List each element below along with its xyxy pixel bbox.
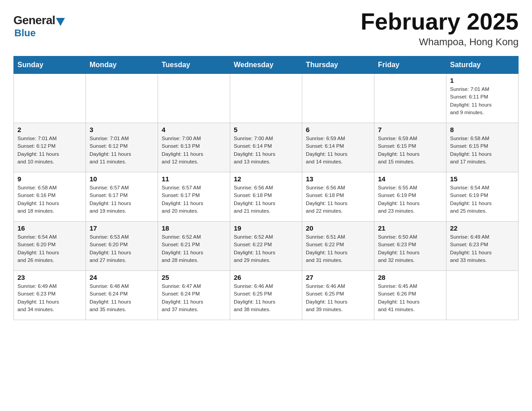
calendar-cell: 13Sunrise: 6:56 AM Sunset: 6:18 PM Dayli… xyxy=(302,172,374,222)
day-info: Sunrise: 6:57 AM Sunset: 6:17 PM Dayligh… xyxy=(90,184,154,215)
day-number: 18 xyxy=(162,224,226,232)
day-number: 10 xyxy=(90,175,154,183)
day-number: 4 xyxy=(162,126,226,133)
day-number: 8 xyxy=(450,126,515,133)
day-number: 6 xyxy=(306,126,370,133)
calendar-header-saturday: Saturday xyxy=(446,56,519,74)
calendar-cell: 7Sunrise: 6:59 AM Sunset: 6:15 PM Daylig… xyxy=(374,123,446,172)
calendar-cell: 6Sunrise: 6:59 AM Sunset: 6:14 PM Daylig… xyxy=(302,123,374,172)
logo: General Blue xyxy=(13,13,65,39)
day-number: 11 xyxy=(162,175,226,183)
calendar-cell: 27Sunrise: 6:46 AM Sunset: 6:25 PM Dayli… xyxy=(302,271,374,320)
calendar-cell xyxy=(14,74,86,123)
day-number: 19 xyxy=(234,224,298,232)
day-info: Sunrise: 6:47 AM Sunset: 6:24 PM Dayligh… xyxy=(162,283,226,313)
day-info: Sunrise: 6:56 AM Sunset: 6:18 PM Dayligh… xyxy=(306,184,370,215)
day-info: Sunrise: 7:00 AM Sunset: 6:13 PM Dayligh… xyxy=(162,135,226,166)
day-number: 28 xyxy=(378,274,442,281)
calendar-cell: 16Sunrise: 6:54 AM Sunset: 6:20 PM Dayli… xyxy=(14,222,86,271)
day-number: 15 xyxy=(450,175,515,183)
day-info: Sunrise: 7:01 AM Sunset: 6:12 PM Dayligh… xyxy=(17,135,82,166)
calendar-week-row: 23Sunrise: 6:49 AM Sunset: 6:23 PM Dayli… xyxy=(14,271,519,320)
calendar-cell: 18Sunrise: 6:52 AM Sunset: 6:21 PM Dayli… xyxy=(158,222,230,271)
day-info: Sunrise: 7:01 AM Sunset: 6:12 PM Dayligh… xyxy=(90,135,154,166)
calendar-cell: 12Sunrise: 6:56 AM Sunset: 6:18 PM Dayli… xyxy=(230,172,302,222)
day-info: Sunrise: 6:57 AM Sunset: 6:17 PM Dayligh… xyxy=(162,184,226,215)
calendar-cell: 22Sunrise: 6:49 AM Sunset: 6:23 PM Dayli… xyxy=(446,222,519,271)
calendar-cell: 23Sunrise: 6:49 AM Sunset: 6:23 PM Dayli… xyxy=(14,271,86,320)
calendar-cell: 2Sunrise: 7:01 AM Sunset: 6:12 PM Daylig… xyxy=(14,123,86,172)
day-info: Sunrise: 6:54 AM Sunset: 6:19 PM Dayligh… xyxy=(450,184,515,215)
day-info: Sunrise: 6:49 AM Sunset: 6:23 PM Dayligh… xyxy=(450,233,515,264)
day-info: Sunrise: 6:58 AM Sunset: 6:16 PM Dayligh… xyxy=(17,184,82,215)
day-number: 2 xyxy=(17,126,82,133)
calendar-cell: 5Sunrise: 7:00 AM Sunset: 6:14 PM Daylig… xyxy=(230,123,302,172)
calendar-cell: 11Sunrise: 6:57 AM Sunset: 6:17 PM Dayli… xyxy=(158,172,230,222)
calendar-cell xyxy=(302,74,374,123)
calendar-cell: 26Sunrise: 6:46 AM Sunset: 6:25 PM Dayli… xyxy=(230,271,302,320)
day-number: 5 xyxy=(234,126,298,133)
day-info: Sunrise: 6:48 AM Sunset: 6:24 PM Dayligh… xyxy=(90,283,154,313)
day-info: Sunrise: 6:55 AM Sunset: 6:19 PM Dayligh… xyxy=(378,184,442,215)
day-number: 24 xyxy=(90,274,154,281)
day-number: 7 xyxy=(378,126,442,133)
calendar-week-row: 9Sunrise: 6:58 AM Sunset: 6:16 PM Daylig… xyxy=(14,172,519,222)
day-info: Sunrise: 6:59 AM Sunset: 6:14 PM Dayligh… xyxy=(306,135,370,166)
day-number: 13 xyxy=(306,175,370,183)
calendar-week-row: 1Sunrise: 7:01 AM Sunset: 6:11 PM Daylig… xyxy=(14,74,519,123)
calendar-header-tuesday: Tuesday xyxy=(158,56,230,74)
calendar-cell: 8Sunrise: 6:58 AM Sunset: 6:15 PM Daylig… xyxy=(446,123,519,172)
day-number: 14 xyxy=(378,175,442,183)
day-info: Sunrise: 6:58 AM Sunset: 6:15 PM Dayligh… xyxy=(450,135,515,166)
calendar-header-friday: Friday xyxy=(374,56,446,74)
day-number: 20 xyxy=(306,224,370,232)
logo-blue-text: Blue xyxy=(14,27,36,39)
page-header: General Blue February 2025 Whampoa, Hong… xyxy=(13,9,519,48)
day-number: 23 xyxy=(17,274,82,281)
day-number: 3 xyxy=(90,126,154,133)
location-text: Whampoa, Hong Kong xyxy=(360,36,519,48)
month-title: February 2025 xyxy=(360,9,519,34)
calendar-header-wednesday: Wednesday xyxy=(230,56,302,74)
logo-general-text: General xyxy=(13,13,55,27)
calendar-cell xyxy=(158,74,230,123)
title-section: February 2025 Whampoa, Hong Kong xyxy=(360,9,519,48)
calendar-cell: 14Sunrise: 6:55 AM Sunset: 6:19 PM Dayli… xyxy=(374,172,446,222)
calendar-cell xyxy=(86,74,158,123)
calendar-header-monday: Monday xyxy=(86,56,158,74)
calendar-cell: 10Sunrise: 6:57 AM Sunset: 6:17 PM Dayli… xyxy=(86,172,158,222)
calendar-cell: 21Sunrise: 6:50 AM Sunset: 6:23 PM Dayli… xyxy=(374,222,446,271)
day-number: 9 xyxy=(17,175,82,183)
day-info: Sunrise: 6:46 AM Sunset: 6:25 PM Dayligh… xyxy=(306,283,370,313)
day-info: Sunrise: 6:52 AM Sunset: 6:21 PM Dayligh… xyxy=(162,233,226,264)
day-number: 12 xyxy=(234,175,298,183)
day-info: Sunrise: 6:52 AM Sunset: 6:22 PM Dayligh… xyxy=(234,233,298,264)
calendar-cell: 24Sunrise: 6:48 AM Sunset: 6:24 PM Dayli… xyxy=(86,271,158,320)
day-number: 26 xyxy=(234,274,298,281)
calendar-cell xyxy=(374,74,446,123)
day-info: Sunrise: 6:45 AM Sunset: 6:26 PM Dayligh… xyxy=(378,283,442,313)
day-info: Sunrise: 6:53 AM Sunset: 6:20 PM Dayligh… xyxy=(90,233,154,264)
day-info: Sunrise: 6:59 AM Sunset: 6:15 PM Dayligh… xyxy=(378,135,442,166)
calendar-header-row: SundayMondayTuesdayWednesdayThursdayFrid… xyxy=(14,56,519,74)
calendar-table: SundayMondayTuesdayWednesdayThursdayFrid… xyxy=(13,56,519,320)
calendar-week-row: 2Sunrise: 7:01 AM Sunset: 6:12 PM Daylig… xyxy=(14,123,519,172)
day-number: 21 xyxy=(378,224,442,232)
calendar-cell: 9Sunrise: 6:58 AM Sunset: 6:16 PM Daylig… xyxy=(14,172,86,222)
day-number: 25 xyxy=(162,274,226,281)
calendar-header-thursday: Thursday xyxy=(302,56,374,74)
day-number: 1 xyxy=(450,77,515,84)
calendar-cell: 3Sunrise: 7:01 AM Sunset: 6:12 PM Daylig… xyxy=(86,123,158,172)
calendar-cell: 28Sunrise: 6:45 AM Sunset: 6:26 PM Dayli… xyxy=(374,271,446,320)
calendar-cell: 1Sunrise: 7:01 AM Sunset: 6:11 PM Daylig… xyxy=(446,74,519,123)
calendar-week-row: 16Sunrise: 6:54 AM Sunset: 6:20 PM Dayli… xyxy=(14,222,519,271)
day-info: Sunrise: 6:50 AM Sunset: 6:23 PM Dayligh… xyxy=(378,233,442,264)
day-number: 16 xyxy=(17,224,82,232)
day-info: Sunrise: 6:46 AM Sunset: 6:25 PM Dayligh… xyxy=(234,283,298,313)
calendar-cell: 20Sunrise: 6:51 AM Sunset: 6:22 PM Dayli… xyxy=(302,222,374,271)
day-info: Sunrise: 6:54 AM Sunset: 6:20 PM Dayligh… xyxy=(17,233,82,264)
calendar-cell: 19Sunrise: 6:52 AM Sunset: 6:22 PM Dayli… xyxy=(230,222,302,271)
calendar-cell xyxy=(446,271,519,320)
calendar-cell: 25Sunrise: 6:47 AM Sunset: 6:24 PM Dayli… xyxy=(158,271,230,320)
day-number: 17 xyxy=(90,224,154,232)
